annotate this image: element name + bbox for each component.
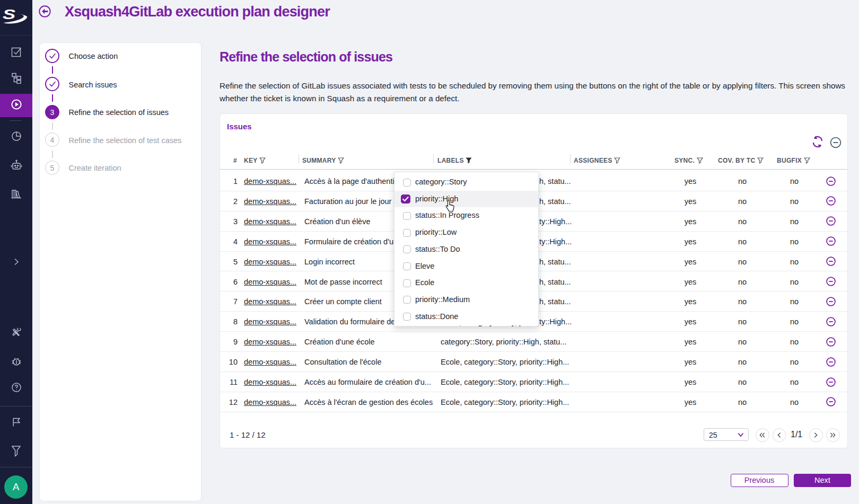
svg-text:S: S [3, 7, 15, 22]
